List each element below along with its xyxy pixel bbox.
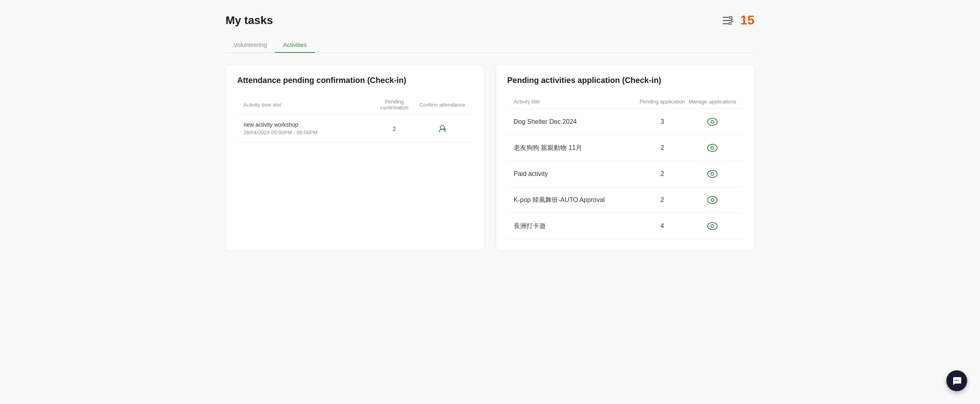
svg-point-19 bbox=[958, 380, 959, 381]
attendance-row-0: new activity workshop 28/04/2024 05:00PM… bbox=[237, 115, 473, 142]
svg-point-17 bbox=[955, 380, 956, 381]
col-pending-header: Pending confirmation bbox=[370, 99, 418, 111]
applications-table-header: Activity title Pending application Manag… bbox=[507, 95, 743, 109]
application-row-0: Dog Shelter Dec 2024 3 bbox=[507, 109, 743, 135]
svg-point-12 bbox=[711, 173, 714, 176]
svg-point-4 bbox=[731, 19, 733, 22]
svg-point-11 bbox=[708, 170, 717, 178]
svg-point-3 bbox=[730, 16, 732, 18]
svg-point-15 bbox=[708, 222, 717, 230]
pending-applications-card-title: Pending activities application (Check-in… bbox=[507, 76, 743, 85]
header-right: 15 bbox=[721, 13, 754, 28]
svg-point-7 bbox=[708, 118, 717, 125]
manage-eye-icon-2[interactable] bbox=[706, 168, 719, 180]
application-manage-3[interactable] bbox=[688, 194, 736, 206]
chat-button[interactable] bbox=[946, 370, 967, 391]
attendance-activity-info: new activity workshop 28/04/2024 05:00PM… bbox=[244, 121, 370, 135]
svg-point-10 bbox=[711, 147, 714, 149]
application-title-1: 老友狗狗 親親動物 11月 bbox=[514, 144, 636, 152]
svg-point-9 bbox=[708, 144, 717, 152]
svg-point-16 bbox=[711, 225, 714, 228]
svg-rect-1 bbox=[723, 20, 731, 21]
application-row-1: 老友狗狗 親親動物 11月 2 bbox=[507, 135, 743, 161]
svg-rect-0 bbox=[723, 17, 729, 18]
filter-icon[interactable] bbox=[721, 13, 735, 28]
application-manage-4[interactable] bbox=[688, 220, 736, 232]
manage-eye-icon-3[interactable] bbox=[706, 194, 719, 206]
svg-point-14 bbox=[711, 199, 714, 202]
cards-row: Attendance pending confirmation (Check-i… bbox=[226, 64, 754, 251]
application-manage-1[interactable] bbox=[688, 141, 736, 154]
svg-point-18 bbox=[956, 380, 957, 381]
manage-eye-icon-4[interactable] bbox=[706, 220, 719, 232]
col-pending-app-header: Pending application bbox=[636, 99, 688, 105]
application-title-0: Dog Shelter Dec 2024 bbox=[514, 118, 636, 125]
attendance-confirm-action[interactable] bbox=[418, 122, 466, 135]
page-header: My tasks 15 bbox=[226, 13, 754, 28]
application-manage-2[interactable] bbox=[688, 168, 736, 180]
col-slot-header: Activity time slot bbox=[244, 102, 370, 108]
manage-eye-icon-1[interactable] bbox=[706, 141, 719, 154]
application-title-4: 長洲打卡遊 bbox=[514, 222, 636, 230]
svg-rect-2 bbox=[723, 23, 728, 24]
application-pending-3: 2 bbox=[636, 196, 688, 204]
attendance-card-title: Attendance pending confirmation (Check-i… bbox=[237, 76, 473, 85]
svg-point-5 bbox=[729, 22, 731, 25]
application-pending-1: 2 bbox=[636, 144, 688, 152]
tab-activities[interactable]: Activities bbox=[275, 37, 315, 53]
application-row-4: 長洲打卡遊 4 bbox=[507, 213, 743, 239]
application-pending-2: 2 bbox=[636, 170, 688, 178]
col-confirm-header: Confirm attendance bbox=[418, 102, 466, 108]
svg-point-8 bbox=[711, 121, 714, 123]
application-pending-4: 4 bbox=[636, 222, 688, 230]
manage-eye-icon-0[interactable] bbox=[706, 115, 719, 128]
tab-volunteering[interactable]: Volunteering bbox=[226, 37, 275, 53]
tabs: Volunteering Activities bbox=[226, 37, 754, 53]
application-title-3: K-pop 韓風舞班-AUTO Approval bbox=[514, 196, 636, 204]
pending-applications-card: Pending activities application (Check-in… bbox=[496, 64, 754, 251]
task-count: 15 bbox=[740, 13, 754, 28]
attendance-pending-count: 2 bbox=[370, 125, 418, 132]
page-title: My tasks bbox=[226, 14, 273, 27]
application-pending-0: 3 bbox=[636, 118, 688, 125]
confirm-attendance-icon[interactable] bbox=[436, 122, 449, 135]
application-row-3: K-pop 韓風舞班-AUTO Approval 2 bbox=[507, 187, 743, 213]
attendance-table-header: Activity time slot Pending confirmation … bbox=[237, 95, 473, 115]
application-title-2: Paid activity bbox=[514, 170, 636, 178]
application-manage-0[interactable] bbox=[688, 115, 736, 128]
col-title-header: Activity title bbox=[514, 99, 636, 105]
attendance-activity-time: 28/04/2024 05:00PM - 06:00PM bbox=[244, 129, 370, 135]
attendance-card: Attendance pending confirmation (Check-i… bbox=[226, 64, 484, 251]
svg-point-13 bbox=[708, 196, 717, 204]
attendance-activity-name: new activity workshop bbox=[244, 121, 370, 128]
applications-list: Dog Shelter Dec 2024 3 老友狗狗 親親動物 11月 2 bbox=[507, 109, 743, 239]
application-row-2: Paid activity 2 bbox=[507, 161, 743, 187]
col-manage-header: Manage applications bbox=[688, 99, 736, 105]
